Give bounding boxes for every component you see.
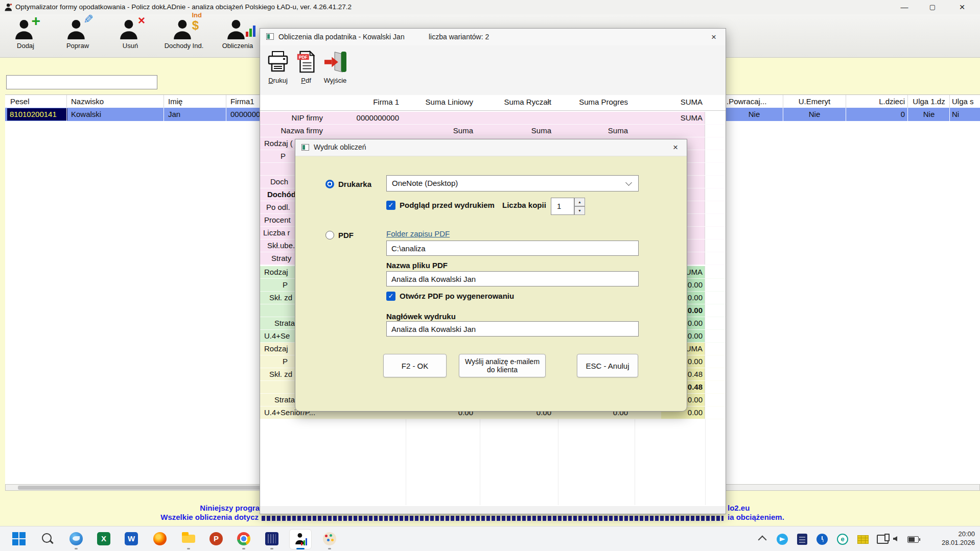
pdf-button[interactable]: PDF Pdf <box>296 51 316 84</box>
toolbar-button-popraw[interactable]: ✎ Popraw <box>53 17 102 55</box>
calc-table-header: Firma 1 Suma Liniowy Suma Ryczałt Suma P… <box>260 95 726 111</box>
print-header-label: Nagłówek wydruku <box>386 312 456 321</box>
empty-column <box>705 239 726 252</box>
col-header-imie[interactable]: Imię <box>164 95 229 108</box>
row-label: Skł.ube. <box>267 241 295 250</box>
thunderbird-icon[interactable] <box>69 532 83 545</box>
volume-icon[interactable] <box>893 536 897 541</box>
calc-row: NIP firmy0000000000SUMA <box>260 112 726 125</box>
printer-radio[interactable] <box>325 180 334 188</box>
firefox-icon[interactable] <box>153 532 167 545</box>
pdf-radio[interactable] <box>325 231 334 239</box>
excel-icon[interactable]: X <box>97 532 110 545</box>
toolbar-button-obliczenia[interactable]: Obliczenia <box>213 17 262 55</box>
powerpoint-icon[interactable]: P <box>209 532 223 545</box>
row-label: Skł. zd <box>269 370 292 378</box>
copies-input[interactable]: 1 <box>551 198 574 215</box>
toolbar-button-usun[interactable]: × Usuń <box>106 17 155 55</box>
tray-app-icon[interactable] <box>797 534 807 545</box>
close-icon[interactable]: × <box>665 139 686 156</box>
start-button-icon[interactable] <box>12 532 26 545</box>
print-button[interactable]: Drukuj <box>266 51 290 84</box>
active-app-tile[interactable] <box>289 529 312 549</box>
form-icon <box>301 144 309 151</box>
form-icon <box>266 33 274 40</box>
battery-icon[interactable] <box>907 536 919 543</box>
screen: Optymalizator formy opodatkowania - Poli… <box>0 0 980 551</box>
col-header-ulgas[interactable]: Ulga s <box>949 95 980 108</box>
calculations-title: Obliczenia dla podatnika - Kowalski Jan <box>278 33 405 41</box>
display-devices-icon[interactable] <box>877 535 889 544</box>
cell-liniowy: Suma <box>453 126 473 135</box>
col-header-uemeryt[interactable]: U.Emeryt <box>783 95 846 108</box>
empty-column <box>705 368 726 380</box>
send-email-button[interactable]: Wyślij analizę e-mailem do klienta <box>459 354 546 377</box>
close-button[interactable]: × <box>950 0 974 14</box>
cell-suma: 0.48 <box>688 382 703 391</box>
col-header-ulga1dz[interactable]: Ulga 1.dz <box>907 95 950 108</box>
toolbar-button-label: Popraw <box>66 42 89 50</box>
taskbar-clock[interactable]: 20:00 28.01.2026 <box>942 530 975 547</box>
paint-icon[interactable] <box>323 532 336 545</box>
row-label: P <box>283 357 288 366</box>
cell-suma: 0.00 <box>688 293 703 302</box>
print-dialog-titlebar[interactable]: Wydruk obliczeń × <box>295 139 687 156</box>
person-chart-icon <box>226 17 249 41</box>
empty-column <box>705 227 726 239</box>
col-header-ldzieci[interactable]: L.dzieci <box>846 95 905 108</box>
smartcard-icon[interactable] <box>857 535 869 544</box>
exit-label: Wyjście <box>324 77 347 84</box>
print-label: Drukuj <box>268 77 288 84</box>
close-icon[interactable]: × <box>704 29 724 45</box>
pdf-folder-input[interactable] <box>386 241 639 256</box>
ok-button[interactable]: F2 - OK <box>383 354 447 377</box>
cell-nazwisko: Kowalski <box>66 108 166 121</box>
row-label: Nazwa firmy <box>281 126 323 135</box>
cell-suma: 0.00 <box>688 395 703 404</box>
pdf-name-input[interactable] <box>386 271 639 286</box>
preview-checkbox[interactable]: ✓ <box>386 201 395 210</box>
empty-column <box>705 188 726 201</box>
person-income-icon: Ind $ <box>172 17 196 41</box>
preview-checkbox-label: Podgląd przed wydrukiem <box>400 201 495 209</box>
printer-select[interactable]: OneNote (Desktop) <box>386 175 639 191</box>
taskbar: X W P e 20:00 28.01.2026 <box>0 526 980 551</box>
pdf-folder-link[interactable]: Folder zapisu PDF <box>386 229 450 238</box>
calculations-titlebar[interactable]: Obliczenia dla podatnika - Kowalski Jan … <box>260 29 726 46</box>
empty-column <box>705 150 726 162</box>
tray-expand-icon[interactable] <box>758 536 767 544</box>
exit-button[interactable]: Wyjście <box>322 51 348 84</box>
minimize-button[interactable]: — <box>893 0 916 14</box>
maximize-button[interactable]: ▢ <box>921 0 944 14</box>
toolbar-button-dochody[interactable]: Ind $ Dochody Ind. <box>159 17 208 55</box>
chrome-icon[interactable] <box>237 532 250 545</box>
cell-powracaj: Nie <box>727 108 782 121</box>
col-firma1: Firma 1 <box>373 98 399 106</box>
spin-up-button[interactable]: ▲ <box>574 198 585 206</box>
print-header-input[interactable] <box>386 321 639 337</box>
col-suma-ryczalt: Suma Ryczałt <box>504 98 551 106</box>
search-input[interactable] <box>6 75 157 89</box>
open-pdf-checkbox[interactable]: ✓ <box>386 292 395 301</box>
col-header-nazwisko[interactable]: Nazwisko <box>66 95 166 108</box>
toolbar-button-dodaj[interactable]: + Dodaj <box>1 17 50 55</box>
clock-app-icon[interactable] <box>816 534 828 545</box>
taskbar-search-icon[interactable] <box>42 533 52 543</box>
row-label: Procent <box>264 215 291 224</box>
telegram-icon[interactable] <box>777 534 788 545</box>
cell-suma: 0.00 <box>688 319 703 327</box>
copies-stepper: ▲ ▼ <box>574 198 585 215</box>
footer-line1-right: lo2.eu <box>728 504 750 512</box>
col-header-powracaj[interactable]: .Powracaj... <box>727 95 782 108</box>
spin-down-button[interactable]: ▼ <box>574 206 585 215</box>
empty-column <box>705 214 726 226</box>
col-header-pesel[interactable]: Pesel <box>10 95 66 108</box>
library-app-icon[interactable] <box>265 532 278 545</box>
word-icon[interactable]: W <box>125 532 138 545</box>
open-pdf-checkbox-label: Otwórz PDF po wygenerowaniu <box>400 292 514 300</box>
empty-column <box>705 355 726 368</box>
file-explorer-icon[interactable] <box>182 535 195 543</box>
cancel-button[interactable]: ESC - Anuluj <box>577 354 638 377</box>
eset-icon[interactable]: e <box>837 534 848 545</box>
row-label: U.4+Se <box>264 331 290 340</box>
